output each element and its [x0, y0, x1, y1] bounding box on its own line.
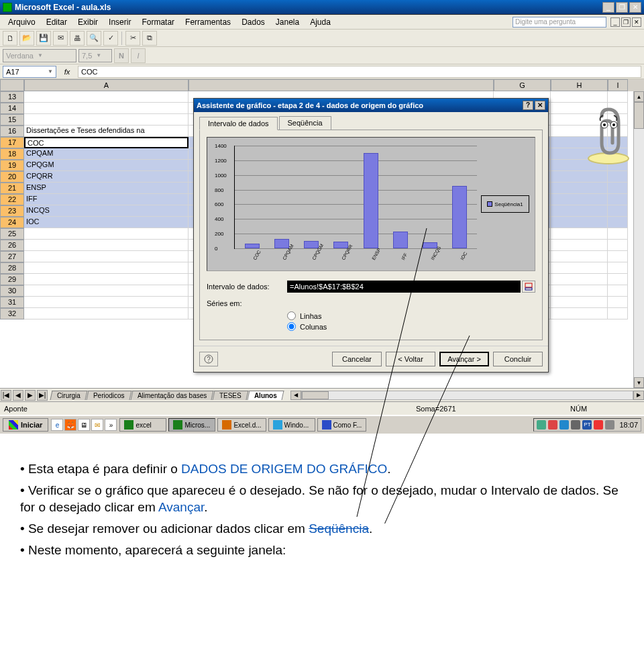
fx-icon[interactable]: fx: [60, 68, 74, 76]
tab-last-icon[interactable]: ▶|: [37, 390, 48, 401]
hscroll-right-icon[interactable]: ▶: [633, 391, 644, 400]
row-header[interactable]: 13: [0, 91, 24, 103]
hscroll-thumb[interactable]: [302, 391, 329, 399]
menu-editar[interactable]: Editar: [41, 16, 72, 28]
wizard-titlebar[interactable]: Assistente de gráfico - etapa 2 de 4 - d…: [194, 99, 548, 112]
cell[interactable]: [608, 217, 628, 228]
row-header[interactable]: 28: [0, 262, 24, 274]
cell[interactable]: [551, 171, 608, 183]
doc-close-button[interactable]: ✕: [632, 17, 641, 27]
mail-icon[interactable]: ✉: [53, 31, 68, 46]
row-header[interactable]: 21: [0, 183, 24, 194]
window-minimize-button[interactable]: _: [602, 2, 614, 13]
cell[interactable]: [24, 228, 189, 240]
cell[interactable]: [24, 308, 189, 319]
cell[interactable]: [608, 308, 628, 319]
menu-arquivo[interactable]: Arquivo: [3, 16, 41, 28]
cell[interactable]: [608, 274, 628, 285]
tray-icon-2[interactable]: [548, 420, 557, 430]
cell[interactable]: [551, 285, 608, 297]
tray-icon-1[interactable]: [537, 420, 546, 430]
scroll-down-icon[interactable]: ▼: [634, 377, 644, 388]
taskbar-task[interactable]: Micros...: [168, 418, 215, 432]
wizard-next-button[interactable]: Avançar >: [439, 352, 489, 366]
cell[interactable]: [24, 274, 189, 285]
cell[interactable]: [551, 228, 608, 240]
hscroll-left-icon[interactable]: ◀: [290, 391, 301, 400]
cell[interactable]: [551, 297, 608, 308]
bold-icon[interactable]: N: [114, 48, 129, 63]
row-header[interactable]: 30: [0, 285, 24, 297]
cell[interactable]: [608, 285, 628, 297]
cell[interactable]: [24, 262, 189, 274]
cell[interactable]: Dissertações e Teses defendidas na: [24, 126, 189, 137]
row-header[interactable]: 14: [0, 103, 24, 114]
column-header-A[interactable]: A: [24, 79, 189, 91]
window-restore-button[interactable]: ❐: [616, 2, 628, 13]
row-header[interactable]: 18: [0, 148, 24, 160]
cell[interactable]: [24, 91, 189, 103]
sheet-tab[interactable]: Alimentação das bases: [130, 391, 213, 400]
wizard-finish-button[interactable]: Concluir: [493, 352, 543, 366]
cell[interactable]: [608, 183, 628, 194]
start-button[interactable]: Iniciar: [3, 418, 48, 432]
cell[interactable]: [24, 103, 189, 114]
cell[interactable]: [608, 91, 628, 103]
quicklaunch-outlook-icon[interactable]: ✉: [91, 419, 103, 431]
menu-dados[interactable]: Dados: [236, 16, 270, 28]
cell[interactable]: [24, 297, 189, 308]
taskbar-task[interactable]: excel: [119, 418, 166, 432]
cell[interactable]: [608, 171, 628, 183]
row-header[interactable]: 17: [0, 137, 24, 148]
cell[interactable]: [608, 251, 628, 262]
scroll-up-icon[interactable]: ▲: [634, 91, 644, 102]
row-header[interactable]: 31: [0, 297, 24, 308]
tab-first-icon[interactable]: |◀: [1, 390, 11, 401]
cell[interactable]: CPQRR: [24, 171, 189, 183]
data-range-input[interactable]: =Alunos!$A$17:$B$24: [287, 281, 521, 293]
cell[interactable]: [608, 297, 628, 308]
taskbar-task[interactable]: Como F...: [317, 418, 367, 432]
quicklaunch-desktop-icon[interactable]: 🖥: [78, 419, 90, 431]
cell[interactable]: [551, 194, 608, 205]
sheet-tab[interactable]: Periodicos: [87, 391, 132, 400]
tray-icon-3[interactable]: [559, 420, 569, 430]
row-header[interactable]: 22: [0, 194, 24, 205]
cell[interactable]: ENSP: [24, 183, 189, 194]
cell[interactable]: [608, 228, 628, 240]
horizontal-scrollbar[interactable]: ◀ ▶: [290, 391, 644, 400]
cell[interactable]: [551, 91, 608, 103]
row-header[interactable]: 25: [0, 228, 24, 240]
tray-icon-5[interactable]: [594, 420, 603, 430]
row-header[interactable]: 20: [0, 171, 24, 183]
cell[interactable]: [551, 308, 608, 319]
cell[interactable]: [608, 205, 628, 217]
cell[interactable]: CPQGM: [24, 160, 189, 171]
font-size-dropdown[interactable]: 7,5▼: [78, 49, 112, 62]
tray-icon-6[interactable]: [605, 420, 614, 430]
cell[interactable]: CPQAM: [24, 148, 189, 160]
cell[interactable]: [608, 262, 628, 274]
tab-prev-icon[interactable]: ◀: [13, 390, 23, 401]
cell[interactable]: [551, 262, 608, 274]
menu-janela[interactable]: Janela: [270, 16, 305, 28]
taskbar-task[interactable]: Windo...: [268, 418, 315, 432]
cell[interactable]: [608, 240, 628, 251]
copy-icon[interactable]: ⧉: [142, 31, 157, 46]
print-icon[interactable]: 🖶: [70, 31, 85, 46]
row-header[interactable]: 19: [0, 160, 24, 171]
row-header[interactable]: 23: [0, 205, 24, 217]
wizard-close-icon[interactable]: ✕: [535, 101, 545, 110]
cell[interactable]: [551, 240, 608, 251]
office-assistant-clippy[interactable]: [578, 106, 639, 166]
menu-formatar[interactable]: Formatar: [136, 16, 180, 28]
cell[interactable]: [551, 251, 608, 262]
cell[interactable]: [24, 251, 189, 262]
column-header-I[interactable]: I: [608, 79, 628, 91]
spellcheck-icon[interactable]: ✓: [103, 31, 118, 46]
italic-icon[interactable]: I: [131, 48, 146, 63]
new-icon[interactable]: 🗋: [3, 31, 17, 46]
spreadsheet-grid[interactable]: A G H I 13141516Dissertações e Teses def…: [0, 79, 644, 388]
cell[interactable]: [551, 183, 608, 194]
quicklaunch-ie-icon[interactable]: e: [51, 419, 63, 431]
